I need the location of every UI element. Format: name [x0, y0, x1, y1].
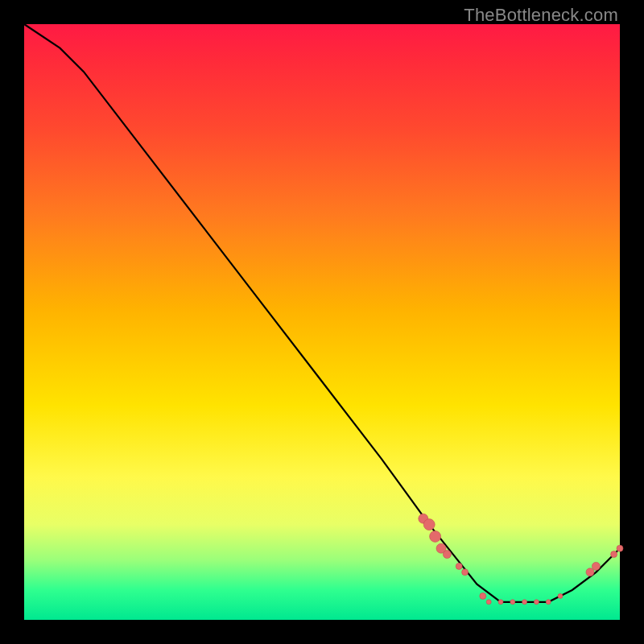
curve-marker — [592, 562, 600, 570]
curve-marker — [522, 600, 527, 605]
curve-marker — [558, 593, 563, 598]
curve-marker — [430, 530, 441, 542]
curve-marker — [534, 600, 539, 605]
plot-area — [24, 24, 620, 620]
curve-marker — [443, 551, 451, 559]
curve-marker — [617, 545, 623, 551]
chart-frame: TheBottleneck.com — [0, 0, 644, 644]
curve-marker — [611, 551, 617, 558]
curve-marker — [486, 600, 491, 605]
curve-markers — [419, 514, 623, 605]
curve-marker — [546, 600, 551, 605]
bottleneck-curve — [24, 24, 620, 602]
curve-marker — [586, 568, 594, 576]
curve-svg — [24, 24, 620, 620]
curve-marker — [456, 563, 462, 569]
curve-marker — [480, 592, 486, 599]
curve-marker — [423, 519, 435, 530]
curve-marker — [462, 569, 469, 576]
watermark-text: TheBottleneck.com — [464, 5, 618, 26]
curve-marker — [510, 600, 515, 605]
curve-marker — [498, 600, 503, 605]
